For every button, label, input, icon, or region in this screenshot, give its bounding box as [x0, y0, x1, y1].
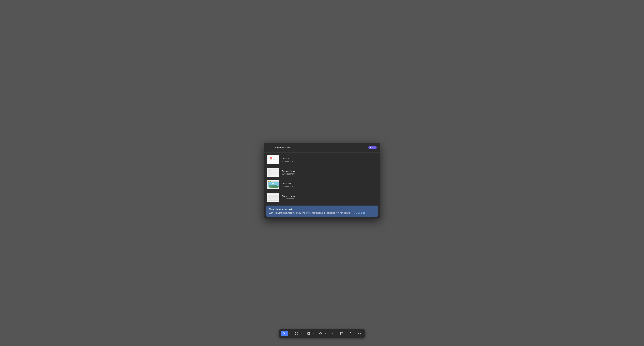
svg-rect-32: [268, 194, 271, 194]
library-name-site-wireframe: Site wireframe: [282, 195, 377, 197]
frame-tool-group: ▼: [293, 330, 303, 336]
svg-rect-28: [269, 187, 278, 188]
svg-rect-14: [268, 172, 270, 172]
svg-rect-48: [296, 334, 296, 334]
library-info-basic-app: Basic app 315 components: [282, 157, 377, 162]
svg-rect-41: [268, 200, 279, 201]
library-count-site-wireframe: 163 components: [282, 198, 377, 200]
svg-rect-18: [275, 173, 278, 175]
svg-point-51: [320, 332, 321, 333]
shape-tool-button[interactable]: [306, 330, 312, 336]
library-count-basic-app: 315 components: [282, 160, 377, 162]
svg-rect-11: [268, 169, 270, 170]
library-info-basic-site: Basic site 166 components: [282, 182, 377, 187]
svg-point-22: [269, 181, 270, 182]
svg-rect-15: [271, 168, 278, 170]
svg-rect-46: [296, 332, 296, 333]
svg-rect-2: [273, 158, 276, 158]
ai-tool-button[interactable]: [348, 330, 354, 336]
divider-6: [346, 332, 346, 335]
library-thumb-app-wireframe: [267, 168, 279, 177]
library-item-app-wireframe[interactable]: App wireframe 317 components: [266, 166, 378, 178]
svg-rect-16: [271, 170, 278, 173]
library-list: Basic app 315 components: [264, 152, 380, 205]
select-tool-dropdown[interactable]: ▼: [288, 330, 291, 336]
svg-point-27: [272, 186, 279, 188]
svg-rect-5: [273, 160, 276, 161]
divider-4: [328, 332, 328, 335]
toolbar: ▼ ▼ ▼: [279, 330, 365, 338]
library-info-site-wireframe: Site wireframe 163 components: [282, 195, 377, 200]
select-tool-group: ▼: [281, 330, 291, 336]
svg-point-23: [270, 181, 271, 182]
comment-tool-button[interactable]: [338, 330, 345, 336]
svg-rect-6: [273, 161, 275, 162]
svg-rect-49: [297, 334, 298, 334]
frame-tool-button[interactable]: [293, 330, 300, 336]
frame-tool-dropdown[interactable]: ▼: [300, 330, 303, 336]
svg-point-25: [272, 183, 274, 184]
library-item-site-wireframe[interactable]: Site wireframe 163 components: [266, 191, 378, 204]
svg-rect-7: [270, 157, 272, 159]
info-panel-title: Pick a library to get started: [269, 208, 375, 210]
modal-title: Choose a library: [273, 146, 368, 149]
library-thumb-site-wireframe: [267, 193, 279, 202]
info-panel-description: Every First Draft is grounded in a libra…: [269, 212, 375, 214]
library-name-app-wireframe: App wireframe: [282, 170, 377, 172]
divider-2: [304, 332, 304, 335]
ai-badge[interactable]: AI beta: [368, 146, 377, 149]
svg-rect-47: [297, 332, 298, 333]
code-tool-button[interactable]: [356, 330, 363, 336]
svg-point-21: [268, 181, 269, 182]
library-info-app-wireframe: App wireframe 317 components: [282, 170, 377, 175]
divider-7: [355, 332, 355, 335]
back-button[interactable]: [267, 146, 272, 150]
library-thumb-basic-site: [267, 180, 279, 190]
library-item-basic-app[interactable]: Basic app 315 components: [266, 154, 378, 166]
svg-rect-8: [270, 160, 272, 160]
modal-header: Choose a library AI beta: [264, 143, 380, 152]
divider-5: [337, 332, 337, 335]
pen-tool-dropdown[interactable]: ▼: [324, 330, 327, 336]
library-name-basic-app: Basic app: [282, 157, 377, 160]
modal-panel: Choose a library AI beta: [264, 143, 380, 218]
divider-3: [316, 332, 316, 335]
select-tool-button[interactable]: [281, 330, 288, 336]
library-count-basic-site: 166 components: [282, 185, 377, 187]
shape-tool-group: ▼: [306, 330, 315, 336]
learn-more-link[interactable]: Learn more: [356, 212, 365, 214]
svg-rect-17: [271, 173, 275, 175]
shape-tool-dropdown[interactable]: ▼: [312, 330, 315, 336]
svg-rect-33: [276, 194, 277, 194]
info-panel: Pick a library to get started Every Firs…: [266, 206, 378, 217]
library-name-basic-site: Basic site: [282, 182, 377, 185]
svg-point-53: [319, 333, 320, 334]
divider-1: [292, 332, 292, 335]
svg-rect-13: [268, 171, 270, 171]
svg-rect-4: [273, 159, 276, 160]
svg-rect-39: [272, 198, 275, 200]
svg-rect-34: [277, 194, 278, 194]
library-modal: Choose a library AI beta: [264, 143, 380, 218]
library-item-basic-site[interactable]: Basic site 166 components: [266, 179, 378, 191]
library-thumb-basic-app: [267, 155, 279, 164]
text-tool-button[interactable]: [330, 330, 336, 336]
pen-tool-group: ▼: [318, 330, 327, 336]
svg-rect-38: [268, 198, 271, 200]
svg-rect-29: [270, 188, 276, 188]
svg-rect-10: [268, 168, 271, 176]
svg-rect-40: [276, 198, 279, 200]
pen-tool-button[interactable]: [318, 330, 324, 336]
svg-rect-50: [308, 332, 310, 334]
library-count-app-wireframe: 317 components: [282, 173, 377, 175]
svg-point-52: [321, 333, 322, 334]
svg-rect-12: [268, 170, 270, 170]
